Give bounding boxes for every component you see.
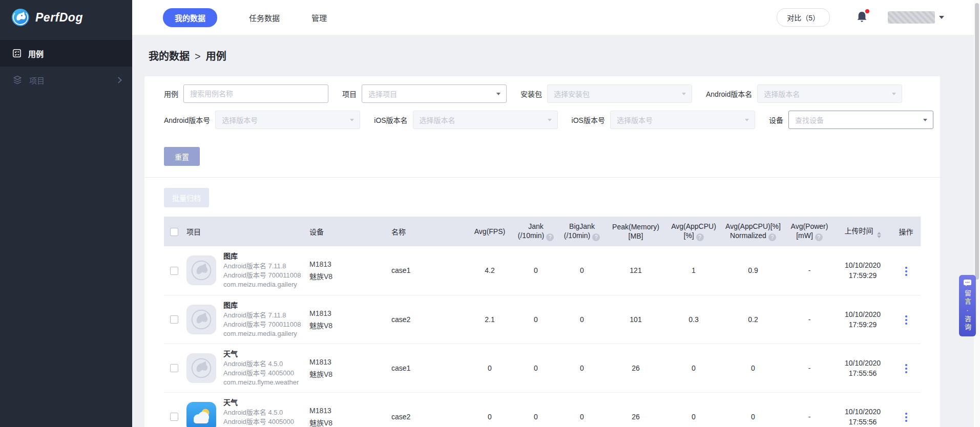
select-placeholder: 查找设备 bbox=[795, 115, 824, 125]
tab-manage[interactable]: 管理 bbox=[311, 12, 327, 23]
device-brand: 魅族V8 bbox=[309, 270, 387, 283]
filter-label: Android版本号 bbox=[164, 115, 210, 125]
avg-appcpu-normalized-value: 0.2 bbox=[721, 295, 785, 344]
app-version-code: Android版本号 4005000 bbox=[223, 417, 299, 426]
upload-date: 10/10/2020 bbox=[836, 260, 889, 270]
row-actions-button[interactable] bbox=[902, 410, 910, 425]
jank-value: 0 bbox=[513, 392, 558, 427]
col-avg-appcpu: Avg(AppCPU) [%]? bbox=[666, 217, 721, 246]
caret-down-icon bbox=[745, 119, 749, 121]
filter-label: 用例 bbox=[164, 89, 178, 99]
scrollbar-track[interactable] bbox=[974, 0, 980, 427]
compare-button[interactable]: 对比（5） bbox=[777, 8, 830, 27]
row-checkbox[interactable] bbox=[170, 364, 178, 372]
bigjank-value: 0 bbox=[558, 392, 606, 427]
notification-bell-icon[interactable] bbox=[857, 11, 867, 25]
app-package: com.meizu.flyme.weather bbox=[223, 378, 299, 387]
filter-label: 项目 bbox=[342, 89, 357, 99]
avg-appcpu-normalized-value: 0.9 bbox=[721, 246, 785, 295]
notification-dot bbox=[865, 9, 869, 13]
select-placeholder: 选择安装包 bbox=[554, 89, 590, 99]
project-select[interactable]: 选择项目 bbox=[362, 84, 507, 103]
breadcrumb-current: 用例 bbox=[206, 51, 226, 62]
chat-bubble-icon bbox=[964, 280, 971, 286]
app-version-name: Android版本名 4.5.0 bbox=[223, 408, 299, 417]
row-actions-button[interactable] bbox=[902, 361, 910, 376]
filter-android-version-name: Android版本名 选择版本名 bbox=[706, 84, 902, 103]
row-checkbox[interactable] bbox=[170, 413, 178, 421]
filter-row-1: 用例 项目 选择项目 安装包 选择安装包 Android版本名 bbox=[164, 84, 921, 103]
select-all-checkbox[interactable] bbox=[170, 228, 178, 236]
device-select[interactable]: 查找设备 bbox=[788, 111, 933, 129]
bigjank-value: 0 bbox=[558, 344, 606, 392]
avg-appcpu-value: 0 bbox=[666, 392, 721, 427]
help-icon[interactable]: ? bbox=[592, 233, 600, 241]
col-bigjank: BigJank (/10min)? bbox=[558, 217, 606, 246]
dog-placeholder-icon bbox=[186, 255, 216, 285]
batch-archive-button[interactable]: 批量归档 bbox=[164, 188, 209, 207]
help-icon[interactable]: ? bbox=[696, 233, 704, 241]
device-model: M1813 bbox=[309, 307, 387, 319]
avg-appcpu-value: 0.3 bbox=[666, 295, 721, 344]
avg-fps-value: 0 bbox=[466, 344, 513, 392]
feedback-tab[interactable]: 留言·咨询 bbox=[959, 275, 976, 336]
upload-time: 17:55:56 bbox=[836, 417, 889, 427]
data-card: 用例 项目 选择项目 安装包 选择安装包 Android版本名 bbox=[144, 76, 940, 427]
bigjank-value: 0 bbox=[558, 295, 606, 344]
package-select[interactable]: 选择安装包 bbox=[547, 84, 692, 103]
app-version-name: Android版本名 7.11.8 bbox=[223, 311, 301, 320]
filter-label: 设备 bbox=[769, 115, 783, 125]
tab-my-data[interactable]: 我的数据 bbox=[163, 8, 217, 27]
avg-power-value: - bbox=[785, 344, 834, 392]
select-placeholder: 选择版本名 bbox=[420, 115, 455, 125]
case-name: case2 bbox=[389, 295, 466, 344]
sort-icon[interactable] bbox=[877, 232, 881, 238]
primary-tabs: 我的数据 任务数据 管理 bbox=[163, 8, 327, 27]
select-placeholder: 选择版本名 bbox=[764, 89, 800, 99]
help-icon[interactable]: ? bbox=[546, 233, 554, 241]
upload-time: 17:55:56 bbox=[836, 368, 889, 378]
row-actions-button[interactable] bbox=[902, 264, 910, 279]
bigjank-value: 0 bbox=[558, 246, 606, 295]
avg-appcpu-normalized-value: 0 bbox=[721, 392, 785, 427]
avg-appcpu-normalized-value: 0 bbox=[721, 344, 785, 392]
sidebar-item-label: 用例 bbox=[28, 48, 44, 59]
sidebar-item-usecase[interactable]: 用例 bbox=[0, 40, 132, 67]
android-version-code-select[interactable]: 选择版本号 bbox=[215, 111, 360, 129]
scrollbar-thumb[interactable] bbox=[975, 3, 979, 280]
help-icon[interactable]: ? bbox=[768, 233, 776, 241]
dog-placeholder-icon bbox=[186, 305, 216, 334]
user-menu[interactable] bbox=[888, 11, 944, 24]
breadcrumb-separator: > bbox=[195, 51, 201, 62]
col-device: 设备 bbox=[307, 217, 389, 246]
reset-button[interactable]: 重置 bbox=[164, 147, 200, 166]
select-placeholder: 选择版本号 bbox=[222, 115, 258, 125]
filter-label: iOS版本号 bbox=[572, 115, 605, 125]
select-placeholder: 选择版本号 bbox=[617, 115, 653, 125]
device-brand: 魅族V8 bbox=[309, 368, 387, 380]
tab-task-data[interactable]: 任务数据 bbox=[249, 12, 280, 23]
ios-version-name-select[interactable]: 选择版本名 bbox=[413, 111, 558, 129]
breadcrumb-root[interactable]: 我的数据 bbox=[149, 51, 190, 62]
row-checkbox[interactable] bbox=[170, 315, 178, 324]
row-checkbox[interactable] bbox=[170, 267, 178, 275]
usecase-search-input[interactable] bbox=[183, 84, 328, 103]
filter-label: 安装包 bbox=[520, 89, 542, 99]
ios-version-code-select[interactable]: 选择版本号 bbox=[610, 111, 755, 129]
app-package: com.meizu.media.gallery bbox=[223, 329, 301, 338]
upload-time: 17:59:29 bbox=[836, 270, 889, 281]
help-icon[interactable]: ? bbox=[815, 233, 823, 241]
divider bbox=[144, 177, 940, 178]
topbar-right: 对比（5） bbox=[777, 8, 980, 27]
android-version-name-select[interactable]: 选择版本名 bbox=[757, 84, 902, 103]
sidebar-item-project[interactable]: 项目 bbox=[0, 67, 132, 93]
row-actions-button[interactable] bbox=[902, 312, 910, 328]
avg-fps-value: 4.2 bbox=[466, 246, 513, 295]
filter-android-version-code: Android版本号 选择版本号 bbox=[164, 111, 360, 129]
jank-value: 0 bbox=[513, 295, 558, 344]
app-version-code: Android版本号 4005000 bbox=[223, 369, 299, 378]
caret-down-icon bbox=[682, 93, 686, 95]
filter-label: iOS版本名 bbox=[374, 115, 407, 125]
chevron-down-icon bbox=[939, 16, 944, 19]
select-placeholder: 选择项目 bbox=[368, 89, 397, 99]
